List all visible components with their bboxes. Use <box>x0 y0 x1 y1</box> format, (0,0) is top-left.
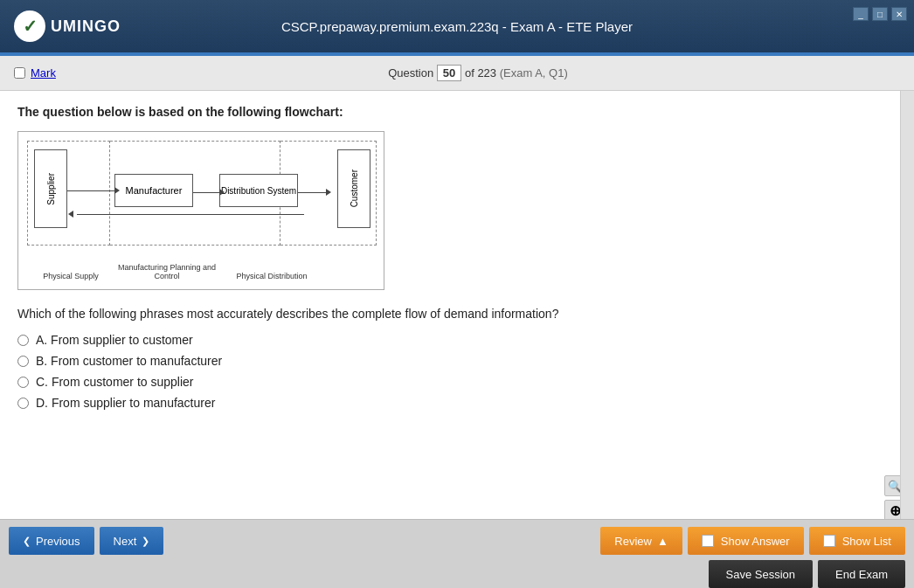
question-label: Question <box>388 66 433 80</box>
question-info: Question 50 of 223 (Exam A, Q1) <box>388 65 568 81</box>
options-list: A. From supplier to customer B. From cus… <box>17 333 897 410</box>
app-title: CSCP.prepaway.premium.exam.223q - Exam A… <box>281 19 633 34</box>
option-d: D. From supplier to manufacturer <box>17 396 897 410</box>
radio-d[interactable] <box>17 398 29 409</box>
option-a: A. From supplier to customer <box>17 333 897 347</box>
radio-a[interactable] <box>17 335 29 346</box>
bottom-row1: ❮ Previous Next ❯ Review ▲ Show Answer S… <box>9 527 905 555</box>
customer-box: Customer <box>337 149 370 228</box>
question-intro: The question below is based on the follo… <box>17 105 897 119</box>
of-text: of 223 <box>465 66 496 80</box>
window-controls: _ □ ✕ <box>853 7 907 21</box>
show-answer-checkbox <box>702 535 714 547</box>
option-b: B. From customer to manufacturer <box>17 354 897 368</box>
arrow-m-to-d <box>193 189 225 196</box>
option-a-text: A. From supplier to customer <box>36 333 193 347</box>
show-list-checkbox <box>823 535 835 547</box>
option-b-text: B. From customer to manufacturer <box>36 354 222 368</box>
radio-c[interactable] <box>17 377 29 388</box>
restore-button[interactable]: □ <box>872 7 888 21</box>
option-c: C. From customer to supplier <box>17 375 897 389</box>
bottom-row2: Save Session End Exam <box>9 560 905 588</box>
logo-text: UMINGO <box>51 17 121 36</box>
next-chevron: ❯ <box>142 536 149 547</box>
arrow-s-to-m <box>67 187 120 194</box>
arrow-d-to-c <box>298 189 331 196</box>
mark-checkbox[interactable] <box>14 67 25 79</box>
previous-button[interactable]: ❮ Previous <box>9 527 94 555</box>
show-answer-button[interactable]: Show Answer <box>688 527 804 555</box>
section1-label: Physical Supply <box>36 272 106 280</box>
return-arrow <box>68 206 304 220</box>
show-list-button[interactable]: Show List <box>809 527 905 555</box>
option-c-text: C. From customer to supplier <box>36 375 194 389</box>
question-number-box: 50 <box>437 65 461 81</box>
review-button[interactable]: Review ▲ <box>600 527 682 555</box>
section3-label: Physical Distribution <box>228 272 315 280</box>
section2-label: Manufacturing Planning and Control <box>114 263 219 280</box>
question-text: Which of the following phrases most accu… <box>17 307 897 321</box>
save-session-button[interactable]: Save Session <box>709 560 814 588</box>
logo-icon: ✓ <box>14 10 45 42</box>
title-bar: ✓ UMINGO CSCP.prepaway.premium.exam.223q… <box>0 0 914 52</box>
review-arrow-icon: ▲ <box>657 535 668 548</box>
close-button[interactable]: ✕ <box>891 7 907 21</box>
scrollbar[interactable] <box>900 91 914 519</box>
exam-info: (Exam A, Q1) <box>500 66 568 80</box>
minimize-button[interactable]: _ <box>853 7 869 21</box>
toolbar: Mark Question 50 of 223 (Exam A, Q1) <box>0 56 914 91</box>
option-d-text: D. From supplier to manufacturer <box>36 396 215 410</box>
supplier-box: Supplier <box>34 149 67 228</box>
flowchart: Supplier Manufacturer Distribution Syste… <box>17 131 384 290</box>
end-exam-button[interactable]: End Exam <box>818 560 905 588</box>
logo: ✓ UMINGO <box>14 10 121 42</box>
bottom-bar: ❮ Previous Next ❯ Review ▲ Show Answer S… <box>0 519 914 588</box>
radio-b[interactable] <box>17 356 29 367</box>
manufacturer-box: Manufacturer <box>114 174 193 207</box>
mark-link[interactable]: Mark <box>31 66 56 80</box>
mark-area: Mark <box>14 66 56 80</box>
next-button[interactable]: Next ❯ <box>100 527 164 555</box>
main-content: The question below is based on the follo… <box>0 91 914 519</box>
distribution-box: Distribution System <box>219 174 298 207</box>
prev-chevron: ❮ <box>23 536 31 547</box>
